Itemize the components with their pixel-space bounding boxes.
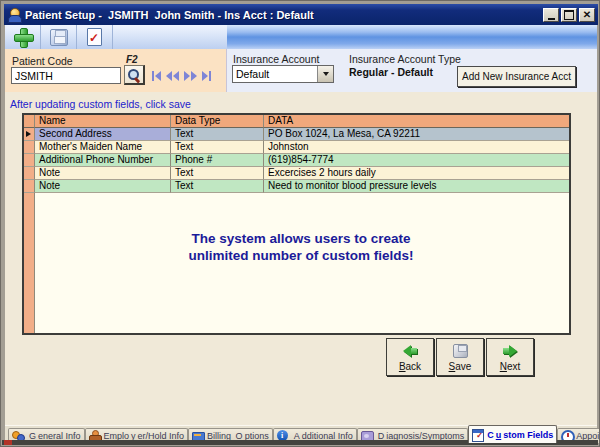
close-icon: ✕ [583, 10, 591, 20]
title-bar: Patient Setup - JSMITH John Smith - Ins … [4, 4, 598, 25]
cell-data[interactable]: Excercises 2 hours daily [264, 167, 569, 180]
table-row[interactable]: Second Address Text PO Box 1024, La Mesa… [24, 128, 569, 141]
row-selector-cell[interactable] [24, 128, 35, 141]
column-header-name: Name [35, 115, 171, 128]
arrow-right-icon [503, 344, 517, 357]
row-selector-cell[interactable] [24, 180, 35, 193]
callout-text: The system allows users to create unlimi… [5, 230, 597, 264]
cell-data-type[interactable]: Phone # [171, 154, 264, 167]
arrow-left-icon [403, 344, 417, 357]
callout-line-2: unlimited number of custom fields! [5, 247, 597, 264]
save-toolbar-button[interactable] [41, 25, 77, 49]
record-navigation [152, 70, 211, 82]
custom-fields-icon [472, 429, 485, 441]
cell-data[interactable]: PO Box 1024, La Mesa, CA 92211 [264, 128, 569, 141]
wizard-buttons: Back Save Next [386, 338, 534, 376]
add-new-insurance-button[interactable]: Add New Insurance Acct [457, 66, 576, 87]
last-record-icon[interactable] [202, 70, 211, 82]
table-row[interactable]: Mother's Maiden Name Text Johnston [24, 141, 569, 154]
bottom-left-red-artifact [4, 440, 12, 445]
sub-bar: Patient Code F2 Insurance Account Defaul… [5, 49, 597, 92]
toolbar [5, 25, 597, 49]
custom-fields-grid: Name Data Type DATA Second Address Text … [22, 113, 571, 335]
toolbar-buttons [5, 25, 227, 49]
previous-record-icon[interactable] [166, 70, 179, 82]
callout-line-1: The system allows users to create [5, 230, 597, 247]
cell-name[interactable]: Second Address [35, 128, 171, 141]
cell-name[interactable]: Additional Phone Number [35, 154, 171, 167]
app-icon [7, 8, 21, 22]
add-patient-button[interactable] [5, 25, 41, 49]
maximize-button[interactable] [561, 8, 577, 22]
cell-name[interactable]: Note [35, 167, 171, 180]
custom-fields-panel: After updating custom fields, click save… [5, 92, 597, 425]
back-button[interactable]: Back [386, 338, 434, 376]
column-header-data-type: Data Type [171, 115, 264, 128]
patient-search-button[interactable] [124, 65, 145, 85]
insurance-account-select[interactable]: Default [232, 65, 334, 83]
patient-code-label: Patient Code [12, 55, 73, 67]
patient-setup-window: Patient Setup - JSMITH John Smith - Ins … [0, 0, 600, 447]
patient-code-panel: Patient Code F2 [5, 49, 227, 92]
toolbar-gradient-band [227, 25, 597, 49]
first-record-icon[interactable] [152, 70, 161, 82]
table-row[interactable]: Additional Phone Number Phone # (619)854… [24, 154, 569, 167]
add-patient-icon [13, 27, 33, 47]
row-selector-cell[interactable] [24, 154, 35, 167]
table-row[interactable]: Note Text Excercises 2 hours daily [24, 167, 569, 180]
row-header-cell [24, 115, 35, 128]
next-button[interactable]: Next [486, 338, 534, 376]
floppy-disk-icon [453, 344, 468, 358]
cell-name[interactable]: Note [35, 180, 171, 193]
cell-data-type[interactable]: Text [171, 180, 264, 193]
save-icon [50, 29, 68, 46]
minimize-button[interactable] [543, 8, 559, 22]
instruction-text: After updating custom fields, click save [10, 98, 191, 110]
cell-data-type[interactable]: Text [171, 141, 264, 154]
verify-checklist-icon [87, 28, 102, 46]
insurance-type-value: Regular - Default [349, 66, 433, 78]
next-record-icon[interactable] [184, 70, 197, 82]
window-title: Patient Setup - JSMITH John Smith - Ins … [25, 9, 543, 21]
grid-header-row: Name Data Type DATA [24, 115, 569, 128]
cell-data-type[interactable]: Text [171, 128, 264, 141]
chevron-down-icon [323, 72, 329, 76]
verify-button[interactable] [77, 25, 113, 49]
patient-code-input[interactable] [11, 67, 121, 84]
row-selector-cell[interactable] [24, 167, 35, 180]
insurance-type-label: Insurance Account Type [349, 53, 461, 65]
column-header-data: DATA [264, 115, 569, 128]
insurance-account-value: Default [233, 66, 317, 82]
cell-name[interactable]: Mother's Maiden Name [35, 141, 171, 154]
save-button[interactable]: Save [436, 338, 484, 376]
search-icon [127, 68, 141, 82]
cell-data[interactable]: Need to monitor blood pressure levels [264, 180, 569, 193]
tab-custom-fields[interactable]: Custom Fields [468, 425, 557, 443]
selected-row-indicator-icon [26, 131, 31, 137]
dropdown-button[interactable] [317, 66, 333, 82]
insurance-account-label: Insurance Account [233, 53, 319, 65]
f2-shortcut-label: F2 [126, 54, 138, 65]
cell-data-type[interactable]: Text [171, 167, 264, 180]
table-row[interactable]: Note Text Need to monitor blood pressure… [24, 180, 569, 193]
cell-data[interactable]: Johnston [264, 141, 569, 154]
cell-data[interactable]: (619)854-7774 [264, 154, 569, 167]
insurance-panel: Insurance Account Default Insurance Acco… [227, 49, 597, 92]
row-selector-cell[interactable] [24, 141, 35, 154]
close-button[interactable]: ✕ [579, 8, 595, 22]
